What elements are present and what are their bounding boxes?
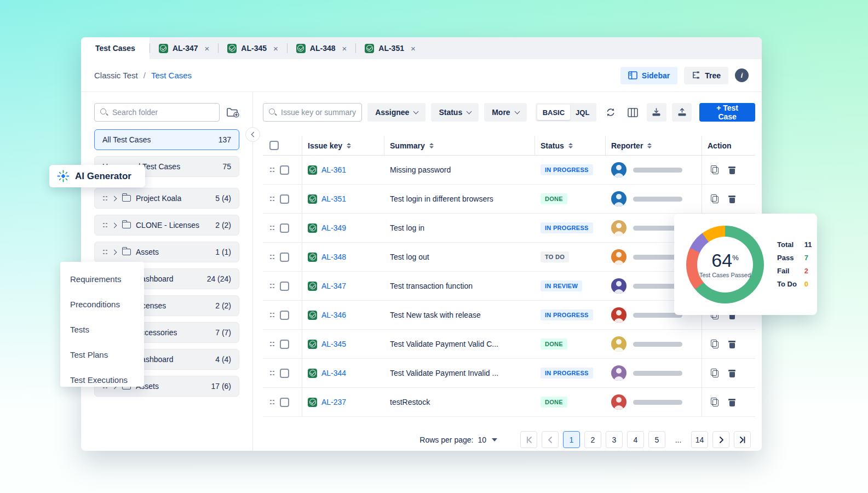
drag-handle-icon[interactable] bbox=[269, 195, 274, 203]
drag-handle-icon[interactable] bbox=[269, 282, 274, 290]
menu-item-test-executions[interactable]: Test Executions bbox=[70, 375, 144, 385]
trash-icon[interactable] bbox=[728, 369, 735, 377]
rows-per-page[interactable]: Rows per page: 10 bbox=[419, 435, 497, 444]
row-checkbox[interactable] bbox=[280, 311, 289, 320]
import-button[interactable] bbox=[647, 103, 666, 122]
sidebar-toggle-button[interactable]: Sidebar bbox=[620, 67, 677, 84]
drag-handle-icon[interactable] bbox=[269, 224, 274, 232]
tab-al-351[interactable]: AL-351 × bbox=[356, 37, 424, 59]
drag-handle-icon[interactable] bbox=[102, 221, 107, 230]
row-checkbox[interactable] bbox=[280, 253, 289, 262]
copy-icon[interactable] bbox=[711, 165, 718, 174]
folder-item[interactable]: Project Koala 5 (4) bbox=[94, 188, 239, 209]
close-icon[interactable]: × bbox=[411, 44, 416, 53]
close-icon[interactable]: × bbox=[342, 44, 347, 53]
folder-item[interactable]: CLONE - Licenses 2 (2) bbox=[94, 215, 239, 236]
folder-item-all-test-cases[interactable]: All Test Cases 137 bbox=[94, 129, 239, 150]
drag-handle-icon[interactable] bbox=[269, 340, 274, 348]
row-checkbox[interactable] bbox=[280, 398, 289, 407]
row-checkbox[interactable] bbox=[280, 340, 289, 349]
page-button-14[interactable]: 14 bbox=[691, 431, 708, 448]
table-row[interactable]: AL-345 Test Validate Payment Valid C... … bbox=[263, 330, 755, 359]
sort-icon[interactable] bbox=[647, 143, 652, 148]
select-all-checkbox[interactable] bbox=[269, 141, 279, 150]
drag-handle-icon[interactable] bbox=[269, 398, 274, 406]
export-button[interactable] bbox=[672, 103, 692, 122]
issue-search-input[interactable] bbox=[281, 108, 356, 117]
assignee-filter[interactable]: Assignee bbox=[367, 103, 426, 122]
more-filter[interactable]: More bbox=[484, 103, 526, 122]
issue-key-link[interactable]: AL-346 bbox=[321, 311, 346, 319]
row-checkbox[interactable] bbox=[280, 165, 289, 175]
next-page-button[interactable] bbox=[712, 431, 729, 448]
last-page-button[interactable] bbox=[734, 431, 751, 448]
issue-key-link[interactable]: AL-345 bbox=[321, 340, 346, 348]
first-page-button[interactable] bbox=[520, 431, 537, 448]
menu-item-tests[interactable]: Tests bbox=[70, 325, 144, 334]
tab-al-348[interactable]: AL-348 × bbox=[288, 37, 355, 59]
breadcrumb-parent[interactable]: Classic Test bbox=[94, 71, 138, 80]
table-row[interactable]: AL-351 Test login in different browsers … bbox=[263, 185, 755, 214]
tab-al-345[interactable]: AL-345 × bbox=[219, 37, 286, 59]
issue-key-link[interactable]: AL-361 bbox=[321, 165, 346, 174]
new-test-case-button[interactable]: + Test Case bbox=[699, 103, 755, 122]
page-button-5[interactable]: 5 bbox=[648, 431, 665, 448]
copy-icon[interactable] bbox=[711, 398, 718, 406]
row-checkbox[interactable] bbox=[280, 223, 289, 233]
drag-handle-icon[interactable] bbox=[269, 253, 274, 261]
status-filter[interactable]: Status bbox=[431, 103, 479, 122]
table-row[interactable]: AL-361 Missing password IN PROGRESS bbox=[263, 156, 755, 185]
copy-icon[interactable] bbox=[711, 369, 718, 377]
tab-al-347[interactable]: AL-347 × bbox=[150, 37, 218, 59]
add-folder-icon[interactable] bbox=[226, 107, 239, 118]
page-button-1[interactable]: 1 bbox=[563, 431, 580, 448]
menu-item-preconditions[interactable]: Preconditions bbox=[70, 300, 144, 309]
sort-icon[interactable] bbox=[347, 143, 351, 148]
copy-icon[interactable] bbox=[711, 194, 718, 203]
ai-generator-button[interactable]: AI Generator bbox=[49, 165, 145, 187]
chevron-right-icon[interactable] bbox=[112, 196, 117, 201]
issue-key-link[interactable]: AL-344 bbox=[321, 369, 346, 377]
issue-key-link[interactable]: AL-351 bbox=[321, 194, 346, 203]
row-checkbox[interactable] bbox=[280, 282, 289, 291]
menu-item-requirements[interactable]: Requirements bbox=[70, 274, 144, 284]
issue-key-link[interactable]: AL-237 bbox=[321, 398, 346, 406]
close-icon[interactable]: × bbox=[205, 44, 210, 53]
trash-icon[interactable] bbox=[728, 195, 735, 203]
info-icon[interactable]: i bbox=[735, 68, 749, 82]
table-row[interactable]: AL-237 testRestock DONE bbox=[263, 388, 755, 417]
trash-icon[interactable] bbox=[728, 398, 735, 406]
column-header-status[interactable]: Status bbox=[535, 136, 606, 155]
page-button-2[interactable]: 2 bbox=[584, 431, 601, 448]
column-header-reporter[interactable]: Reporter bbox=[606, 136, 702, 155]
drag-handle-icon[interactable] bbox=[269, 311, 274, 319]
basic-mode-segment[interactable]: BASIC bbox=[537, 105, 570, 120]
folder-search-input[interactable] bbox=[112, 108, 214, 117]
drag-handle-icon[interactable] bbox=[269, 166, 274, 174]
chevron-right-icon[interactable] bbox=[112, 222, 117, 228]
previous-page-button[interactable] bbox=[542, 431, 559, 448]
chevron-right-icon[interactable] bbox=[112, 249, 117, 255]
drag-handle-icon[interactable] bbox=[269, 369, 274, 377]
sort-icon[interactable] bbox=[568, 143, 573, 148]
drag-handle-icon[interactable] bbox=[102, 248, 107, 256]
copy-icon[interactable] bbox=[711, 340, 718, 348]
sort-icon[interactable] bbox=[429, 143, 434, 148]
trash-icon[interactable] bbox=[728, 340, 735, 348]
refresh-button[interactable] bbox=[602, 103, 619, 122]
tab-test-cases[interactable]: Test Cases bbox=[81, 37, 150, 59]
folder-item[interactable]: Assets 1 (1) bbox=[94, 242, 239, 262]
trash-icon[interactable] bbox=[728, 166, 735, 174]
row-checkbox[interactable] bbox=[280, 194, 289, 204]
issue-key-link[interactable]: AL-349 bbox=[321, 223, 346, 232]
menu-item-test-plans[interactable]: Test Plans bbox=[70, 350, 144, 359]
page-button-4[interactable]: 4 bbox=[627, 431, 644, 448]
issue-key-link[interactable]: AL-347 bbox=[321, 282, 346, 290]
collapse-sidebar-button[interactable] bbox=[245, 127, 260, 142]
table-row[interactable]: AL-344 Test Validate Payment Invalid ...… bbox=[263, 359, 755, 388]
breadcrumb-current[interactable]: Test Cases bbox=[151, 71, 192, 80]
columns-button[interactable] bbox=[624, 103, 641, 122]
issue-key-link[interactable]: AL-348 bbox=[321, 253, 346, 261]
row-checkbox[interactable] bbox=[280, 369, 289, 378]
drag-handle-icon[interactable] bbox=[102, 194, 107, 203]
